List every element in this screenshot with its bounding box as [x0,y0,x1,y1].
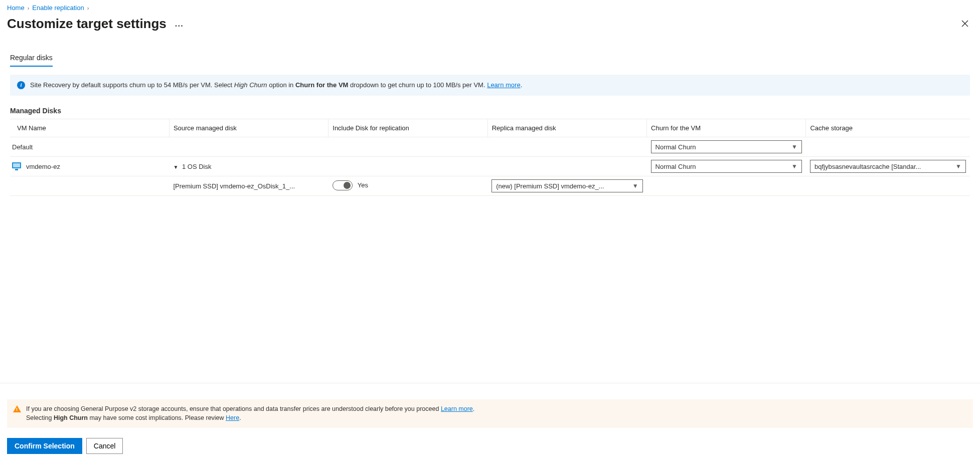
more-actions-button[interactable]: … [175,19,185,29]
table-row-disk: [Premium SSD] vmdemo-ez_OsDisk_1_... Yes… [10,176,970,196]
close-button[interactable] [957,16,973,32]
col-include-disk: Include Disk for replication [329,119,487,137]
table-row-default: Default Normal Churn ▼ [10,137,970,157]
breadcrumb: Home › Enable replication › [7,2,973,15]
warning-line2b: may have some cost implications. Please … [88,414,226,421]
expand-caret[interactable]: ▼ [173,164,178,170]
info-banner: i Site Recovery by default supports chur… [10,75,970,96]
col-source-disk: Source managed disk [169,119,328,137]
section-managed-disks: Managed Disks [10,107,970,115]
replica-disk-select[interactable]: (new) [Premium SSD] vmdemo-ez_... ▼ [492,179,642,192]
info-text: Site Recovery by default supports churn … [30,81,522,90]
info-text-bold: Churn for the VM [295,81,348,89]
warning-text: If you are choosing General Purpose v2 s… [26,404,474,423]
info-text-2: option in [267,81,295,89]
toggle-pill [333,180,353,190]
warning-icon [13,405,21,412]
include-disk-label: Yes [358,181,368,189]
confirm-selection-button[interactable]: Confirm Selection [7,438,82,454]
vm-icon [12,162,21,170]
col-replica-disk: Replica managed disk [487,119,646,137]
warning-learn-more-link[interactable]: Learn more [441,405,473,412]
warning-banner: If you are choosing General Purpose v2 s… [7,399,973,428]
chevron-down-icon: ▼ [632,182,638,189]
managed-disks-table: VM Name Source managed disk Include Disk… [10,119,970,196]
table-row-vm: vmdemo-ez ▼ 1 OS Disk Normal Churn ▼ [10,157,970,176]
warning-here-link[interactable]: Here [226,414,239,421]
svg-rect-1 [13,163,20,167]
tab-regular-disks[interactable]: Regular disks [10,51,53,67]
warning-line2a: Selecting [26,414,54,421]
cache-storage-select[interactable]: bqfjybsasnevaultasrcache [Standar... ▼ [810,160,966,173]
info-text-italic: High Churn [234,81,267,89]
vm-name: vmdemo-ez [26,163,60,170]
info-learn-more-link[interactable]: Learn more [487,81,520,89]
chevron-down-icon: ▼ [955,163,961,170]
warning-line2-bold: High Churn [54,414,88,421]
source-disk-name: [Premium SSD] vmdemo-ez_OsDisk_1_... [169,176,328,196]
default-churn-select[interactable]: Normal Churn ▼ [651,140,802,153]
chevron-right-icon: › [28,5,30,11]
chevron-right-icon: › [87,5,89,11]
col-cache: Cache storage [806,119,970,137]
cancel-button[interactable]: Cancel [86,438,123,454]
page-title: Customize target settings … [7,16,185,32]
info-icon: i [17,81,25,89]
default-churn-value: Normal Churn [656,143,792,151]
breadcrumb-home[interactable]: Home [7,4,25,12]
col-vm-name: VM Name [10,119,169,137]
info-text-3: dropdown to get churn up to 100 MB/s per… [348,81,487,89]
info-text-1: Site Recovery by default supports churn … [30,81,234,89]
cache-storage-value: bqfjybsasnevaultasrcache [Standar... [814,163,955,170]
vm-churn-value: Normal Churn [656,163,792,170]
col-churn: Churn for the VM [647,119,806,137]
svg-rect-2 [15,169,18,170]
default-label: Default [10,137,169,157]
vm-churn-select[interactable]: Normal Churn ▼ [651,160,802,173]
breadcrumb-enable-replication[interactable]: Enable replication [32,4,84,12]
os-disk-count: 1 OS Disk [182,163,212,170]
include-disk-toggle[interactable]: Yes [333,180,368,190]
replica-disk-value: (new) [Premium SSD] vmdemo-ez_... [496,182,632,190]
chevron-down-icon: ▼ [791,163,797,170]
warning-line1: If you are choosing General Purpose v2 s… [26,405,441,412]
tabs: Regular disks [10,51,970,67]
chevron-down-icon: ▼ [791,143,797,150]
page-title-text: Customize target settings [7,16,167,32]
